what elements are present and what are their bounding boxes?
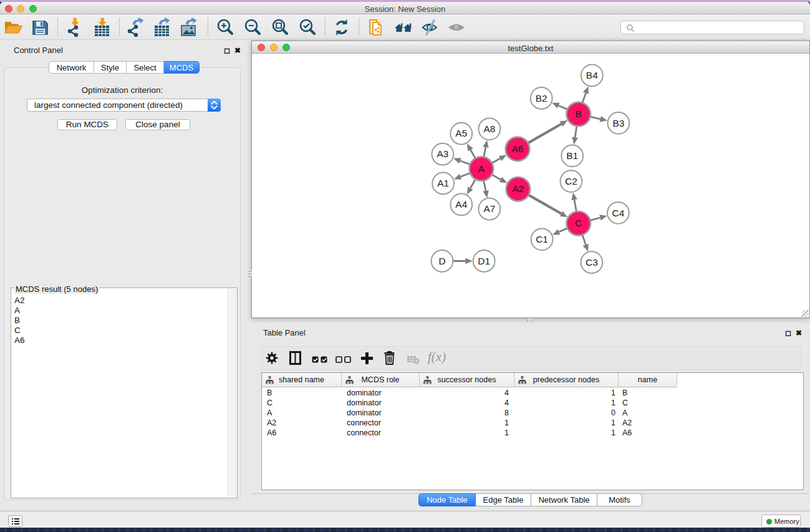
- svg-text:C3: C3: [586, 257, 598, 268]
- svg-text:B3: B3: [612, 118, 624, 128]
- svg-text:A: A: [478, 163, 485, 174]
- svg-text:A7: A7: [483, 203, 495, 214]
- svg-text:A1: A1: [437, 178, 449, 188]
- svg-text:C2: C2: [565, 176, 577, 186]
- svg-text:B: B: [576, 109, 582, 119]
- svg-text:A2: A2: [512, 183, 524, 194]
- svg-text:C: C: [575, 218, 582, 228]
- svg-text:D1: D1: [478, 256, 490, 266]
- svg-text:A6: A6: [512, 143, 524, 154]
- svg-text:C1: C1: [536, 234, 548, 244]
- svg-text:A3: A3: [436, 148, 448, 159]
- svg-text:A8: A8: [483, 123, 495, 134]
- svg-text:A5: A5: [455, 128, 467, 138]
- svg-text:B2: B2: [536, 93, 547, 104]
- svg-text:B4: B4: [586, 70, 598, 80]
- svg-text:D: D: [438, 256, 445, 266]
- svg-text:B1: B1: [566, 150, 578, 161]
- svg-text:C4: C4: [612, 208, 624, 218]
- svg-text:A4: A4: [455, 199, 467, 210]
